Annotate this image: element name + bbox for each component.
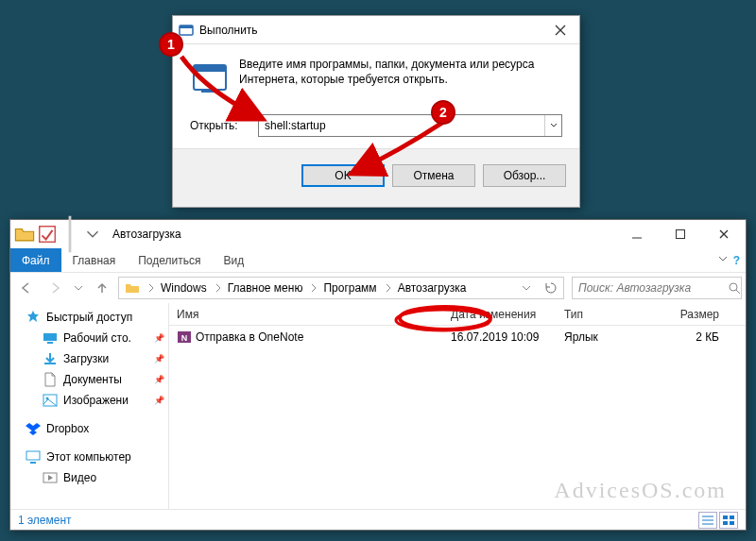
arrow-2-icon <box>342 113 455 189</box>
sidebar-item-label: Dropbox <box>46 422 89 435</box>
svg-point-6 <box>730 283 737 291</box>
onenote-icon: N <box>177 330 192 345</box>
tab-share[interactable]: Поделиться <box>127 248 212 272</box>
sidebar-item-thispc[interactable]: Этот компьютер <box>10 447 168 467</box>
pin-icon: 📌 <box>154 333 164 343</box>
col-header-date[interactable]: Дата изменения <box>443 308 557 321</box>
ribbon-expand-icon[interactable] <box>716 252 730 268</box>
column-headers: Имя Дата изменения Тип Размер <box>169 303 746 326</box>
ribbon-tabs: Файл Главная Поделиться Вид ? <box>10 248 746 273</box>
refresh-icon[interactable] <box>539 281 563 295</box>
quick-access-toolbar <box>10 224 107 245</box>
sidebar-item-quick[interactable]: Быстрый доступ <box>10 307 168 328</box>
help-icon[interactable]: ? <box>733 254 740 267</box>
run-title: Выполнить <box>199 24 541 37</box>
breadcrumb-seg-menu[interactable]: Главное меню <box>222 279 311 296</box>
file-type: Ярлык <box>557 330 651 344</box>
sidebar-item-label: Рабочий сто. <box>63 331 131 345</box>
breadcrumb-seg-windows[interactable]: Windows <box>155 279 215 296</box>
svg-rect-16 <box>723 521 728 525</box>
run-description: Введите имя программы, папки, документа … <box>239 58 562 97</box>
chevron-right-icon[interactable] <box>215 283 222 293</box>
svg-rect-5 <box>677 230 685 239</box>
close-button[interactable] <box>702 220 746 248</box>
svg-rect-10 <box>26 451 40 460</box>
maximize-button[interactable] <box>659 220 702 248</box>
properties-icon[interactable] <box>37 224 58 245</box>
chevron-right-icon[interactable] <box>385 283 392 293</box>
explorer-title: Автозагрузка <box>107 228 615 241</box>
file-size: 2 КБ <box>651 330 727 344</box>
qat-divider-icon <box>60 224 80 245</box>
combo-arrow-icon[interactable] <box>544 115 561 136</box>
svg-rect-17 <box>730 521 734 525</box>
nav-row: Windows Главное меню Программ Автозагруз… <box>10 273 746 303</box>
status-text: 1 элемент <box>18 514 72 527</box>
run-titlebar: Выполнить <box>173 16 579 44</box>
chevron-right-icon[interactable] <box>310 283 318 293</box>
up-button[interactable] <box>90 276 114 300</box>
view-switcher <box>698 512 738 529</box>
qat-down-icon[interactable] <box>82 224 103 245</box>
sidebar-item-desktop[interactable]: Рабочий сто. 📌 <box>10 328 168 348</box>
search-input[interactable] <box>573 279 727 296</box>
pin-icon: 📌 <box>154 375 164 384</box>
sidebar-item-videos[interactable]: Видео <box>10 467 168 488</box>
breadcrumb-seg-startup[interactable]: Автозагрузка <box>392 279 474 296</box>
dropbox-icon <box>26 421 41 436</box>
history-dropdown-icon[interactable] <box>514 283 539 293</box>
explorer-titlebar: Автозагрузка <box>10 220 746 248</box>
pin-icon: 📌 <box>154 396 164 405</box>
recent-dropdown-icon[interactable] <box>71 276 86 300</box>
svg-text:N: N <box>181 333 188 343</box>
tab-file[interactable]: Файл <box>10 248 61 272</box>
tab-view[interactable]: Вид <box>212 248 255 272</box>
breadcrumb-seg-programs[interactable]: Программ <box>318 279 384 296</box>
search-box[interactable] <box>572 277 742 299</box>
svg-rect-7 <box>43 333 57 341</box>
sidebar-item-label: Загрузки <box>63 352 109 365</box>
annotation-marker-2: 2 <box>431 100 455 125</box>
col-header-type[interactable]: Тип <box>557 308 651 321</box>
content-area: Имя Дата изменения Тип Размер N Отправка… <box>169 303 746 509</box>
sidebar: Быстрый доступ Рабочий сто. 📌 Загрузки 📌… <box>10 303 169 509</box>
sidebar-item-label: Быстрый доступ <box>46 311 132 324</box>
details-view-icon[interactable] <box>698 512 717 529</box>
file-row[interactable]: N Отправка в OneNote 16.07.2019 10:09 Яр… <box>169 326 746 348</box>
arrow-1-icon <box>168 43 282 128</box>
explorer-body: Быстрый доступ Рабочий сто. 📌 Загрузки 📌… <box>10 303 746 509</box>
system-buttons <box>615 220 746 248</box>
forward-button[interactable] <box>43 276 67 300</box>
sidebar-item-dropbox[interactable]: Dropbox <box>10 418 168 439</box>
sidebar-item-documents[interactable]: Документы 📌 <box>10 369 168 390</box>
search-icon[interactable] <box>727 281 741 295</box>
col-header-size[interactable]: Размер <box>651 308 727 321</box>
sidebar-item-downloads[interactable]: Загрузки 📌 <box>10 348 168 369</box>
run-icon <box>179 23 194 38</box>
breadcrumb[interactable]: Windows Главное меню Программ Автозагруз… <box>118 277 564 299</box>
pin-icon: 📌 <box>154 354 164 363</box>
svg-rect-15 <box>730 516 734 519</box>
thumbnail-view-icon[interactable] <box>719 512 738 529</box>
tab-home[interactable]: Главная <box>61 248 128 272</box>
sidebar-item-label: Видео <box>63 471 96 484</box>
col-header-name[interactable]: Имя <box>169 308 443 321</box>
picture-icon <box>43 393 58 408</box>
desktop-icon <box>43 330 58 346</box>
ribbon-help: ? <box>716 248 746 272</box>
chevron-right-icon[interactable] <box>147 283 155 293</box>
minimize-button[interactable] <box>615 220 659 248</box>
file-name: Отправка в OneNote <box>196 330 303 344</box>
folder-icon <box>14 224 35 245</box>
sidebar-item-label: Изображени <box>63 394 129 407</box>
svg-rect-1 <box>180 25 193 28</box>
download-icon <box>43 351 58 366</box>
statusbar: 1 элемент <box>10 509 746 530</box>
breadcrumb-pc-icon[interactable] <box>119 279 147 297</box>
svg-rect-14 <box>723 516 728 519</box>
annotation-marker-1: 1 <box>159 32 183 57</box>
browse-button[interactable]: Обзор... <box>483 164 566 187</box>
sidebar-item-pictures[interactable]: Изображени 📌 <box>10 390 168 411</box>
back-button[interactable] <box>14 276 39 300</box>
close-button[interactable] <box>541 16 579 44</box>
